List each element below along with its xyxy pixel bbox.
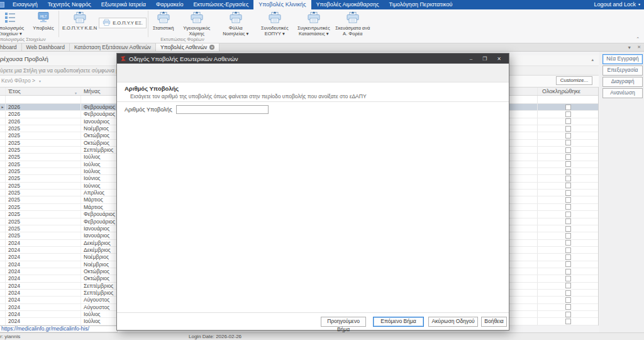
tab-close-icon[interactable]: ✕	[209, 45, 214, 50]
menu-item[interactable]: Τιμολόγηση Περιστατικού	[384, 0, 458, 9]
menu-item[interactable]: Υποβολές Κλινικής	[253, 0, 311, 9]
row-indicator	[0, 147, 6, 153]
ribbon-button[interactable]: Φύλλα Νοσηλείας ▾	[216, 9, 255, 37]
row-indicator	[0, 211, 6, 217]
completed-checkbox[interactable]	[565, 140, 571, 145]
panel-collapse-icon[interactable]: ▴	[591, 57, 594, 62]
completed-checkbox[interactable]	[565, 111, 571, 117]
wizard-title-bar[interactable]: Οδηγός Υποβολής Εσωτερικών Ασθενών – ❐ ✕	[117, 54, 509, 64]
row-indicator	[0, 204, 6, 210]
menu-item[interactable]: Εισαγωγή	[8, 0, 43, 9]
completed-checkbox[interactable]	[565, 183, 571, 188]
tab-label: Υποβολές Ασθενών	[160, 43, 207, 51]
completed-checkbox[interactable]	[565, 290, 571, 296]
completed-checkbox[interactable]	[565, 312, 571, 317]
ribbon-group-label-prints: Εκτυπώσεις Φορέων	[119, 37, 245, 42]
column-filter-icon[interactable]: ▼	[74, 89, 77, 95]
maximize-icon[interactable]: ❐	[482, 56, 487, 62]
side-button[interactable]: Διαγραφή	[602, 77, 643, 87]
menu-item[interactable]: Υποβολές Αιμοκάθαρσης	[311, 0, 384, 9]
completed-checkbox[interactable]	[565, 226, 571, 232]
completed-checkbox[interactable]	[565, 204, 571, 210]
wizard-button[interactable]: Βοήθεια	[481, 317, 507, 327]
completed-checkbox[interactable]	[565, 269, 571, 275]
ribbon-button[interactable]: Σκευάσματα ανά Α. Φορέα	[333, 9, 372, 37]
menu-item[interactable]: Εκτυπώσεις-Εργασίες	[189, 0, 254, 9]
completed-checkbox[interactable]	[565, 218, 571, 224]
ribbon-collapse-icon[interactable]: ⌃	[636, 37, 640, 42]
completed-checkbox[interactable]	[565, 190, 571, 196]
menu-item[interactable]: Τεχνητός Νεφρός	[43, 0, 96, 9]
completed-checkbox[interactable]	[565, 212, 571, 217]
ribbon-button[interactable]: Συνοδευτικές ΕΟΠΥΥ ▾	[255, 9, 294, 37]
submission-number-input[interactable]	[176, 105, 269, 114]
completed-checkbox[interactable]	[565, 161, 571, 167]
tab[interactable]: Υποβολές Ασθενών✕	[156, 43, 219, 51]
menu-item[interactable]: Εξωτερικά Ιατρεία	[96, 0, 151, 9]
completed-checkbox[interactable]	[565, 261, 571, 267]
completed-checkbox[interactable]	[565, 169, 571, 174]
link-url[interactable]: https://medicalinfo.gr/medicalinfo-his/	[1, 326, 89, 332]
completed-checkbox[interactable]	[565, 197, 571, 203]
ribbon-button[interactable]: Στατιστική	[150, 9, 177, 31]
customize-button[interactable]: Customize...	[556, 76, 592, 85]
cell-year: 2025	[6, 218, 81, 225]
completed-checkbox[interactable]	[565, 133, 571, 139]
logout-and-lock-button[interactable]: Logout and Lock	[589, 0, 638, 9]
wizard-button[interactable]: Επόμενο Βήμα	[373, 317, 424, 327]
tab[interactable]: Dashboard	[0, 43, 22, 51]
completed-checkbox[interactable]	[565, 126, 571, 132]
completed-checkbox[interactable]	[565, 247, 571, 253]
completed-checkbox[interactable]	[565, 176, 571, 181]
cell-completed	[538, 218, 598, 225]
completed-checkbox[interactable]	[565, 254, 571, 260]
printer-icon	[157, 11, 170, 25]
cell-year: 2025	[6, 175, 81, 181]
completed-checkbox[interactable]	[565, 276, 571, 281]
ribbon-button[interactable]: Ε.Ο.Π.Υ.Υ ΕΞ.	[99, 18, 147, 28]
cell-completed	[538, 183, 598, 189]
row-indicator	[0, 283, 6, 289]
filter-funnel-icon[interactable]: ▼	[38, 79, 42, 83]
row-indicator	[0, 190, 6, 196]
ribbon-button[interactable]: Υγειονομικός Χάρτης	[177, 9, 216, 37]
completed-checkbox[interactable]	[565, 105, 571, 110]
completed-checkbox[interactable]	[565, 283, 571, 288]
minimize-icon[interactable]: –	[470, 56, 472, 62]
tab[interactable]: Web Dashboard	[22, 43, 70, 51]
filter-label[interactable]: Κενό Φίλτρο >	[1, 77, 35, 84]
completed-checkbox[interactable]	[565, 319, 571, 324]
wizard-button[interactable]: Προηγούμενο Βήμα	[321, 317, 366, 327]
ribbon-button-label: Συγκεντρωτικές Καταστάσεις ▾	[296, 25, 331, 37]
tab[interactable]: Κατάσταση Εξετάσεων Ασθενών	[70, 43, 156, 51]
cell-year: 2024	[6, 254, 81, 260]
completed-checkbox[interactable]	[565, 154, 571, 160]
ribbon-button[interactable]: Συγκεντρωτικές Καταστάσεις ▾	[294, 9, 333, 37]
ribbon-button[interactable]: HL7Υποβολές	[30, 9, 57, 31]
completed-checkbox[interactable]	[565, 233, 571, 239]
completed-checkbox[interactable]	[565, 240, 571, 246]
completed-checkbox[interactable]	[565, 304, 571, 310]
completed-checkbox[interactable]	[565, 297, 571, 303]
row-indicator	[0, 111, 6, 117]
row-indicator	[0, 168, 6, 174]
side-button[interactable]: Νέα Εγγραφή	[602, 54, 643, 64]
tab-close-all-icon[interactable]: ✕	[637, 45, 641, 50]
side-button[interactable]: Ανανέωση	[602, 88, 643, 98]
ribbon-button[interactable]: Ε.Ο.Π.Υ.Υ Κ.Ε.Ν	[60, 9, 99, 31]
cell-year: 2024	[6, 268, 81, 275]
completed-checkbox[interactable]	[565, 118, 571, 124]
close-icon[interactable]: ✕	[497, 56, 501, 62]
ribbon-button[interactable]: Υπολογισμός Στοιχείων ▾	[0, 9, 30, 37]
grid-header-year[interactable]: Έτος▼	[6, 88, 81, 95]
wizard-button[interactable]: Ακύρωση Οδηγού	[428, 317, 478, 327]
row-indicator	[0, 175, 6, 181]
completed-checkbox[interactable]	[565, 147, 571, 153]
menu-item[interactable]: Φαρμακείο	[151, 0, 188, 9]
grid-header-completed[interactable]: Ολοκληρώθηκε	[538, 88, 598, 95]
logout-caret-icon[interactable]: ▾	[638, 0, 644, 9]
side-button[interactable]: Επεξεργασία	[602, 65, 643, 76]
row-indicator	[0, 232, 6, 239]
tab-list-dropdown-icon[interactable]: ▼	[627, 45, 631, 50]
ribbon-button-label: Υπολογισμός Στοιχείων ▾	[0, 25, 28, 37]
